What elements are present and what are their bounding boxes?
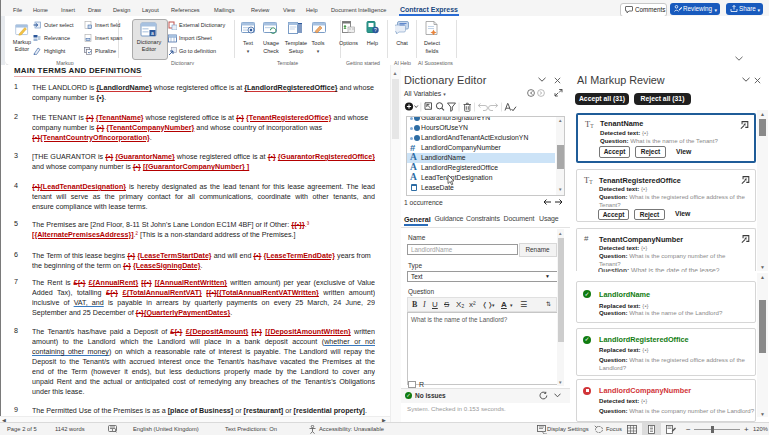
svg-text:?: ?	[374, 27, 377, 33]
svg-text:a: a	[151, 30, 154, 36]
